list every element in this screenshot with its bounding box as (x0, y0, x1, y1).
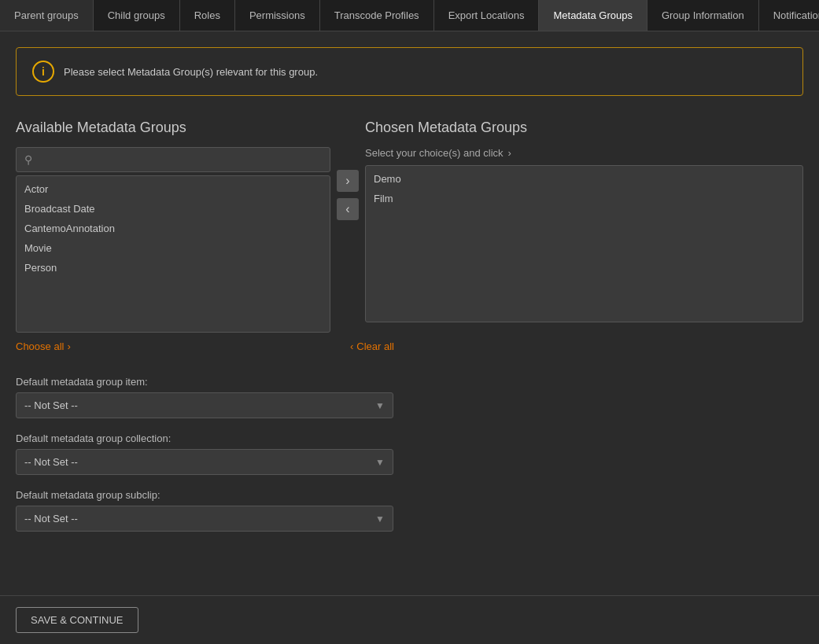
tab-permissions[interactable]: Permissions (235, 0, 320, 31)
list-item[interactable]: Person (17, 258, 330, 278)
list-item[interactable]: Movie (17, 238, 330, 258)
default-collection-value: -- Not Set -- (24, 456, 78, 468)
choose-all-icon: › (67, 340, 70, 352)
info-banner-text: Please select Metadata Group(s) relevant… (64, 66, 318, 78)
footer: SAVE & CONTINUE (0, 595, 819, 644)
tab-bar: Parent groupsChild groupsRolesPermission… (0, 0, 819, 31)
tab-child-groups[interactable]: Child groups (94, 0, 180, 31)
arrow-right-icon: › (508, 147, 511, 159)
info-banner: i Please select Metadata Group(s) releva… (16, 47, 803, 96)
list-item[interactable]: CantemoAnnotation (17, 219, 330, 238)
clear-all-label: Clear all (356, 340, 394, 352)
clear-all-chevron: ‹ (350, 340, 353, 352)
chosen-title: Chosen Metadata Groups (365, 120, 803, 136)
available-list[interactable]: ActorBroadcast DateCantemoAnnotationMovi… (16, 175, 330, 333)
default-subclip-value: -- Not Set -- (24, 513, 78, 524)
move-right-button[interactable]: › (337, 170, 359, 192)
available-title: Available Metadata Groups (16, 120, 330, 136)
info-icon: i (32, 61, 54, 83)
default-item-value: -- Not Set -- (24, 399, 78, 411)
default-subclip-field: Default metadata group subclip: -- Not S… (16, 489, 803, 532)
list-item[interactable]: Actor (17, 179, 330, 199)
transfer-columns: Available Metadata Groups ⚲ ActorBroadca… (16, 120, 803, 333)
default-collection-label: Default metadata group collection: (16, 432, 803, 444)
tab-group-information[interactable]: Group Information (647, 0, 759, 31)
dropdown-arrow-icon-3: ▼ (375, 513, 385, 524)
tab-export-locations[interactable]: Export Locations (434, 0, 540, 31)
tab-notifications[interactable]: Notifications (759, 0, 819, 31)
default-subclip-dropdown[interactable]: -- Not Set -- ▼ (16, 506, 393, 532)
available-column: Available Metadata Groups ⚲ ActorBroadca… (16, 120, 330, 333)
chosen-column: Chosen Metadata Groups Select your choic… (365, 120, 803, 322)
tab-parent-groups[interactable]: Parent groups (0, 0, 94, 31)
default-subclip-label: Default metadata group subclip: (16, 489, 803, 501)
default-collection-dropdown[interactable]: -- Not Set -- ▼ (16, 449, 393, 475)
list-item[interactable]: Demo (366, 169, 802, 189)
choose-all-button[interactable]: Choose all › (16, 340, 71, 352)
list-item[interactable]: Film (366, 189, 802, 208)
transfer-arrows: › ‹ (330, 167, 365, 223)
clear-all-button[interactable]: ‹ Clear all (350, 340, 394, 352)
dropdown-arrow-icon-2: ▼ (375, 457, 385, 468)
chosen-list[interactable]: DemoFilm (365, 165, 803, 322)
list-item[interactable]: Broadcast Date (17, 199, 330, 219)
default-item-label: Default metadata group item: (16, 376, 803, 388)
search-icon: ⚲ (24, 153, 32, 166)
save-continue-button[interactable]: SAVE & CONTINUE (16, 607, 138, 633)
search-box[interactable]: ⚲ (16, 147, 330, 172)
default-item-dropdown[interactable]: -- Not Set -- ▼ (16, 392, 393, 418)
choose-clear-row: Choose all › ‹ Clear all (16, 340, 803, 352)
move-left-button[interactable]: ‹ (337, 198, 359, 220)
default-item-field: Default metadata group item: -- Not Set … (16, 376, 803, 418)
tab-roles[interactable]: Roles (180, 0, 235, 31)
dropdown-arrow-icon: ▼ (375, 400, 385, 411)
tab-metadata-groups[interactable]: Metadata Groups (539, 0, 647, 31)
default-collection-field: Default metadata group collection: -- No… (16, 432, 803, 475)
choose-all-label: Choose all (16, 340, 64, 352)
main-content: i Please select Metadata Group(s) releva… (0, 31, 819, 561)
select-hint: Select your choice(s) and click › (365, 147, 803, 159)
defaults-section: Default metadata group item: -- Not Set … (16, 376, 803, 532)
select-hint-text: Select your choice(s) and click (365, 147, 504, 159)
tab-transcode-profiles[interactable]: Transcode Profiles (320, 0, 434, 31)
search-input[interactable] (39, 154, 322, 166)
